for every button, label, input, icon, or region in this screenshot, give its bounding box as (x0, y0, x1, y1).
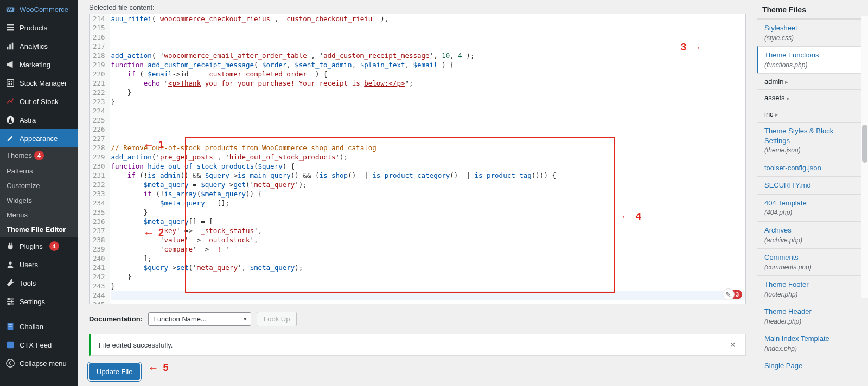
sidebar-item-label: WooCommerce (20, 5, 68, 14)
svg-rect-2 (7, 27, 14, 28)
collapse-icon (5, 358, 15, 368)
code-line[interactable]: 'key' => '_stock_status', (111, 226, 745, 235)
code-line[interactable] (111, 300, 745, 304)
editor-issues-badge[interactable]: ✎ 3 (723, 288, 742, 300)
file-tree-item-404-template[interactable]: 404 Template(404.php) (757, 194, 864, 221)
file-tree-item-stylesheet[interactable]: Stylesheet(style.css) (757, 19, 864, 46)
code-line[interactable]: auu_riitei( woocommerce_checkout_rieius … (111, 14, 745, 23)
file-tree-item-comments[interactable]: Comments(comments.php) (757, 248, 864, 275)
file-tree-folder-inc[interactable]: inc (757, 106, 864, 122)
sidebar-item-label: Astra (20, 116, 36, 124)
code-editor[interactable]: 2142152162172182192202212222232242252262… (89, 14, 746, 304)
file-tree-item-single-page[interactable]: Single Page (757, 357, 864, 375)
code-line[interactable] (111, 291, 745, 300)
update-badge: 4 (34, 151, 44, 160)
code-line[interactable] (111, 42, 745, 51)
sidebar-item-label: Settings (20, 298, 45, 306)
code-line[interactable]: echo "<p>Thank you for your purchase! Yo… (111, 79, 745, 88)
code-line[interactable]: function add_custom_receipt_message( $or… (111, 60, 745, 69)
notice-text: File edited successfully. (99, 341, 173, 349)
marketing-icon (5, 60, 15, 69)
sidebar-item-astra[interactable]: Astra (0, 111, 78, 129)
svg-point-18 (11, 300, 13, 303)
svg-rect-6 (12, 43, 14, 50)
sidebar-item-ctx-feed[interactable]: CTX Feed (0, 336, 78, 354)
code-line[interactable]: // Remove out-of-stock products from Woo… (111, 143, 745, 152)
sidebar-sub-menus[interactable]: Menus (0, 208, 78, 222)
code-line[interactable] (111, 106, 745, 115)
code-line[interactable]: $meta_query = $query->get('meta_query'); (111, 180, 745, 189)
documentation-row: Documentation: Function Name... Look Up (89, 312, 746, 326)
sidebar-item-analytics[interactable]: Analytics (0, 37, 78, 55)
appearance-icon (5, 133, 15, 143)
sidebar-item-appearance[interactable]: Appearance (0, 129, 78, 147)
sidebar-sub-widgets[interactable]: Widgets (0, 193, 78, 208)
update-file-button[interactable]: Update File (89, 363, 140, 380)
files-scrollbar-track[interactable] (861, 16, 868, 298)
users-icon (5, 260, 15, 269)
file-tree-item-toolset-config-json[interactable]: toolset-config.json (757, 159, 864, 177)
code-line[interactable]: $meta_query = []; (111, 198, 745, 208)
sidebar-item-stock-manager[interactable]: Stock Manager (0, 74, 78, 92)
sidebar-item-label: Out of Stock (20, 98, 59, 106)
code-line[interactable]: 'value' => 'outofstock', (111, 235, 745, 245)
code-line[interactable] (111, 115, 745, 125)
svg-rect-8 (8, 81, 10, 82)
dismiss-icon[interactable]: ✕ (728, 340, 738, 350)
sidebar-item-marketing[interactable]: Marketing (0, 55, 78, 74)
file-tree-item-theme-footer[interactable]: Theme Footer(footer.php) (757, 275, 864, 303)
file-tree-item-security-md[interactable]: SECURITY.md (757, 176, 864, 194)
code-line[interactable] (111, 33, 745, 42)
code-line[interactable]: if ( $email->id == 'customer_completed_o… (111, 69, 745, 79)
sidebar-sub-patterns[interactable]: Patterns (0, 164, 78, 178)
sidebar-item-out-of-stock[interactable]: Out of Stock (0, 92, 78, 111)
sidebar-item-tools[interactable]: Tools (0, 274, 78, 292)
file-tree-item-main-index-template[interactable]: Main Index Template(index.php) (757, 330, 864, 357)
svg-point-19 (8, 303, 10, 305)
code-line[interactable]: } (111, 281, 745, 291)
code-line[interactable] (111, 134, 745, 143)
sidebar-item-woocommerce[interactable]: WooCommerce (0, 0, 78, 18)
code-line[interactable] (111, 23, 745, 33)
svg-rect-23 (7, 342, 14, 349)
sidebar-item-label: Plugins (20, 242, 43, 250)
file-tree-folder-admin[interactable]: admin (757, 73, 864, 89)
files-scrollbar-thumb[interactable] (862, 125, 867, 163)
sidebar-sub-customize[interactable]: Customize (0, 178, 78, 193)
sidebar-item-collapse-menu[interactable]: Collapse menu (0, 354, 78, 372)
sidebar-item-label: CTX Feed (20, 341, 52, 349)
code-line[interactable]: function hide_out_of_stock_products($que… (111, 162, 745, 171)
svg-rect-4 (7, 47, 9, 49)
file-tree-item-archives[interactable]: Archives(archive.php) (757, 221, 864, 248)
code-line[interactable]: $meta_query[] = [ (111, 217, 745, 226)
code-line[interactable]: if (!is_array($meta_query)) { (111, 189, 745, 198)
file-tree-item-theme-styles-block-settings[interactable]: Theme Styles & Block Settings(theme.json… (757, 122, 864, 159)
stock-icon (5, 78, 15, 88)
code-line[interactable]: $query->set('meta_query', $meta_query); (111, 263, 745, 272)
file-tree-item-theme-functions[interactable]: Theme Functions(functions.php) (757, 46, 864, 73)
file-tree-item-theme-header[interactable]: Theme Header(header.php) (757, 303, 864, 330)
code-line[interactable]: } (111, 272, 745, 281)
sidebar-sub-theme-file-editor[interactable]: Theme File Editor (0, 222, 78, 237)
sidebar-item-products[interactable]: Products (0, 18, 78, 37)
code-line[interactable]: add_action('pre_get_posts', 'hide_out_of… (111, 152, 745, 162)
code-line[interactable]: add_action( 'woocommerce_email_after_ord… (111, 51, 745, 60)
astra-icon (5, 115, 15, 125)
code-line[interactable]: ]; (111, 254, 745, 263)
code-line[interactable]: } (111, 88, 745, 97)
sidebar-item-users[interactable]: Users (0, 255, 78, 274)
lookup-button[interactable]: Look Up (257, 312, 297, 326)
sidebar-sub-themes[interactable]: Themes4 (0, 147, 78, 164)
code-line[interactable] (111, 125, 745, 134)
sidebar-item-label: Challan (20, 323, 43, 331)
file-tree-folder-assets[interactable]: assets (757, 89, 864, 106)
code-area[interactable]: auu_riitei( woocommerce_checkout_rieius … (110, 14, 745, 304)
sidebar-item-challan[interactable]: Challan (0, 317, 78, 336)
code-line[interactable]: 'compare' => '!=' (111, 245, 745, 254)
sidebar-item-plugins[interactable]: Plugins4 (0, 237, 78, 255)
code-line[interactable]: if (!is_admin() && $query->is_main_query… (111, 171, 745, 180)
code-line[interactable]: } (111, 97, 745, 106)
function-name-select[interactable]: Function Name... (148, 312, 251, 326)
sidebar-item-settings[interactable]: Settings (0, 292, 78, 311)
code-line[interactable]: } (111, 208, 745, 217)
